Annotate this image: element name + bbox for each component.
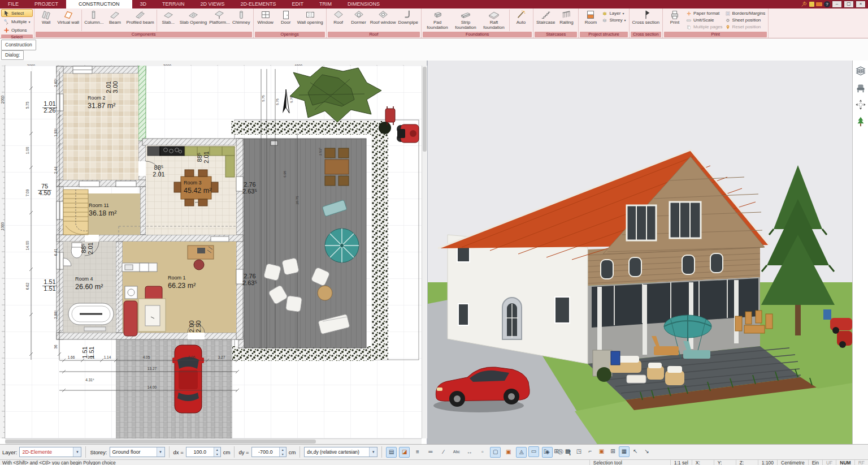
help-icon[interactable]: ? [824, 1, 830, 7]
rectangle-icon[interactable]: ▢ [490, 447, 501, 458]
slab-button[interactable]: Slab... [158, 9, 179, 25]
close-button[interactable]: × [856, 1, 866, 8]
spin-up-icon[interactable]: ▲ [214, 447, 220, 452]
pad-foundation-button[interactable]: Pad foundation [423, 9, 452, 30]
dormer-button[interactable]: Dormer [349, 9, 369, 25]
menu-tab-edit[interactable]: EDIT [284, 0, 312, 8]
layers-icon[interactable] [855, 65, 866, 76]
table-grid-icon[interactable]: ▦ [619, 446, 630, 457]
downpipe-button[interactable]: Downpipe [397, 9, 419, 25]
menu-tab-2d-views[interactable]: 2D VIEWS [193, 0, 233, 8]
railing-button[interactable]: Railing [556, 9, 576, 25]
plants-icon[interactable] [855, 116, 866, 127]
multiple-button[interactable]: Multiple ▾ [1, 18, 33, 25]
selection-area-icon[interactable]: ▫ [477, 447, 488, 458]
group-label-print: Print [664, 32, 767, 37]
spin-up-icon[interactable]: ▲ [280, 447, 286, 452]
plus-grid-icon[interactable]: ⊞ [607, 446, 618, 457]
corner-icon[interactable]: ⌐ [585, 446, 596, 457]
layer-select[interactable]: 2D-Elemente ▼ [19, 447, 81, 457]
view-3d-panel [428, 61, 852, 444]
door-button[interactable]: Door [276, 9, 296, 25]
platform-button[interactable]: Platform... [208, 9, 231, 25]
beam-button[interactable]: Beam [105, 9, 125, 25]
menu-tab-dimensions[interactable]: DIMENSIONS [340, 0, 388, 8]
reset-position-button[interactable]: Reset position [725, 24, 766, 30]
coordinate-mode-select[interactable]: dx,dy (relative cartesian) ▼ [304, 447, 377, 457]
storey-button[interactable]: Storey▾ [602, 17, 626, 23]
layer-button[interactable]: Layer▾ [602, 10, 626, 16]
room-2-floor[interactable] [63, 74, 138, 180]
copy-properties-icon[interactable]: ▤ [386, 447, 397, 458]
dy-input[interactable]: -700.0 ▲▼ [251, 447, 287, 457]
paper-format-button[interactable]: Paper format [686, 10, 723, 16]
fill-style-icon[interactable]: ◪ [399, 447, 410, 458]
room-button[interactable]: Room [580, 9, 601, 25]
virtual-wall-button[interactable]: Virtual wall [57, 9, 81, 25]
ruler-icon[interactable]: ▭ [528, 446, 539, 457]
grid-window-icon[interactable]: ⊞ [551, 446, 562, 457]
multiple-pages-button[interactable]: Multiple pages [686, 24, 723, 30]
menu-tab-construction[interactable]: CONSTRUCTION [66, 0, 132, 8]
select-button[interactable]: Select [1, 9, 33, 17]
page-icon[interactable]: ▯ [540, 446, 550, 457]
export-window-icon[interactable]: ◳ [574, 446, 584, 457]
menu-tab-3d[interactable]: 3D [132, 0, 155, 8]
menu-tab-terrain[interactable]: TERRAIN [154, 0, 193, 8]
unit-scale-button[interactable]: Unit/Scale [686, 17, 723, 23]
quick-tool-icon[interactable] [809, 2, 814, 7]
chevron-down-icon: ▾ [622, 11, 624, 15]
spin-down-icon[interactable]: ▼ [214, 452, 220, 457]
column-button[interactable]: Column... [83, 9, 105, 25]
menu-tab-2d-elements[interactable]: 2D-ELEMENTS [233, 0, 284, 8]
shade-window-icon[interactable]: ▩ [562, 446, 573, 457]
line-style-icon[interactable]: ═ [425, 447, 436, 458]
group-label-components: Components [36, 32, 252, 37]
move-icon[interactable] [855, 99, 866, 110]
strip-foundation-button[interactable]: Strip foundation [452, 9, 480, 30]
minimize-button[interactable]: – [832, 1, 842, 8]
dx-input[interactable]: 100.0 ▲▼ [186, 447, 221, 457]
print-button[interactable]: Print [665, 9, 685, 25]
arrow-se-icon[interactable]: ↘ [641, 446, 652, 457]
borders-margins-button[interactable]: Borders/Margins [725, 10, 766, 16]
restore-button[interactable]: ▢ [844, 1, 854, 8]
status-bar: With <Shift> and <Ctl> you can begin Pol… [0, 459, 868, 465]
window-button[interactable]: Window [255, 9, 276, 25]
horizontal-scrollbar[interactable] [5, 438, 422, 444]
red-window-icon[interactable]: ▣ [596, 446, 607, 457]
tab-construction[interactable]: Construction [1, 40, 36, 50]
roof-window-button[interactable]: Roof window [369, 9, 397, 25]
options-button[interactable]: Options [1, 26, 33, 34]
raft-foundation-button[interactable]: Raft foundation [480, 9, 508, 30]
cross-section-button[interactable]: Cross section [631, 9, 661, 25]
text-icon[interactable]: Abc [451, 447, 462, 458]
menu-tab-file[interactable]: FILE [0, 0, 27, 8]
sheet-position-button[interactable]: Sheet position [725, 17, 766, 23]
chimney-button[interactable]: Chimney [231, 9, 251, 25]
settings-wrench-icon[interactable] [800, 1, 808, 7]
arrow-nw-icon[interactable]: ↖ [630, 446, 641, 457]
view-3d[interactable] [428, 61, 852, 444]
auto-foundation-button[interactable]: Auto [511, 9, 531, 25]
element-icon[interactable]: ▣ [503, 447, 514, 458]
line-weight-icon[interactable]: ≡ [412, 447, 423, 458]
vertical-scrollbar[interactable] [422, 66, 427, 438]
roof-button[interactable]: Roof [328, 9, 349, 25]
floorplan-canvas[interactable]: 5.75 1.00 7.09 14.00 6.62 2.60⁵ 1.93⁵ 2.… [5, 66, 422, 438]
staircase-button[interactable]: Staircase [535, 9, 556, 25]
menu-tab-trim[interactable]: TRIM [311, 0, 340, 8]
roof-edit-icon[interactable]: ◬ [516, 447, 527, 458]
dimension-icon[interactable]: ↔ [464, 447, 475, 458]
wall-opening-button[interactable]: Wall opening [296, 9, 324, 25]
profiled-beam-button[interactable]: Profiled beam [125, 9, 155, 25]
menu-tab-project[interactable]: PROJECT [27, 0, 66, 8]
furniture-icon[interactable] [855, 82, 866, 93]
spin-down-icon[interactable]: ▼ [280, 452, 286, 457]
slab-opening-button[interactable]: Slab Opening [179, 9, 208, 25]
pen-icon[interactable]: ∕ [438, 447, 449, 458]
quick-tool2-icon[interactable] [816, 2, 822, 6]
tab-dialog[interactable]: Dialog: [1, 50, 24, 60]
wall-button[interactable]: Wall [36, 9, 57, 25]
storey-select[interactable]: Ground floor ▼ [110, 447, 165, 457]
